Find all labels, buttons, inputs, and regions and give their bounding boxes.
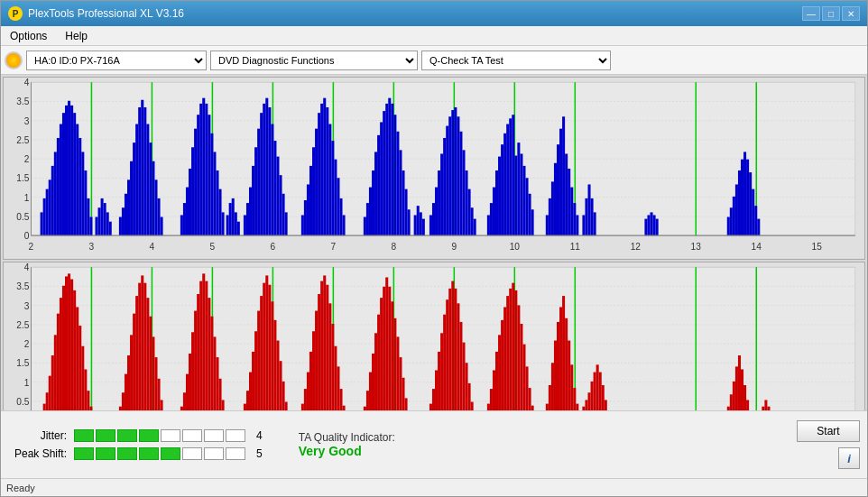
svg-rect-173 <box>466 170 468 235</box>
svg-rect-77 <box>138 107 141 235</box>
svg-rect-325 <box>222 400 225 410</box>
svg-rect-98 <box>213 152 216 235</box>
metrics-section: Jitter: 4 Peak Shift: <box>8 429 263 460</box>
minimize-button[interactable]: — <box>802 6 820 21</box>
svg-rect-86 <box>180 215 183 235</box>
svg-rect-215 <box>656 219 659 236</box>
svg-rect-304 <box>146 298 149 410</box>
svg-rect-205 <box>576 215 578 235</box>
svg-text:1.5: 1.5 <box>16 173 29 183</box>
svg-rect-159 <box>422 219 425 236</box>
svg-rect-96 <box>208 115 210 235</box>
svg-rect-367 <box>388 287 391 410</box>
svg-rect-102 <box>226 215 229 235</box>
svg-rect-194 <box>546 215 549 235</box>
maximize-button[interactable]: □ <box>822 6 840 21</box>
svg-rect-202 <box>568 169 570 235</box>
svg-rect-342 <box>301 403 304 410</box>
svg-rect-309 <box>161 400 163 410</box>
svg-rect-91 <box>194 129 197 235</box>
menu-help[interactable]: Help <box>60 28 93 44</box>
svg-rect-139 <box>364 217 366 236</box>
svg-rect-424 <box>596 364 599 410</box>
svg-rect-297 <box>127 355 130 410</box>
peakshift-bar-8 <box>226 447 245 460</box>
peakshift-bar-6 <box>182 447 202 460</box>
svg-text:10: 10 <box>510 242 521 252</box>
svg-rect-59 <box>78 138 81 235</box>
svg-text:7: 7 <box>331 242 337 252</box>
drive-select[interactable]: HA:0 ID:0 PX-716A <box>26 51 207 70</box>
svg-rect-322 <box>213 336 216 410</box>
svg-rect-282 <box>60 298 62 410</box>
function-select[interactable]: DVD Diagnostic Functions <box>210 51 418 70</box>
svg-rect-162 <box>435 188 438 236</box>
svg-rect-284 <box>65 276 68 410</box>
svg-rect-58 <box>76 124 78 236</box>
svg-rect-131 <box>323 98 326 235</box>
svg-rect-313 <box>189 354 191 410</box>
svg-rect-157 <box>417 206 420 235</box>
svg-rect-415 <box>568 340 570 410</box>
test-select[interactable]: Q-Check TA Test <box>421 51 611 70</box>
jitter-bar-7 <box>204 429 224 442</box>
svg-rect-431 <box>735 366 738 410</box>
svg-rect-109 <box>249 188 252 236</box>
svg-rect-389 <box>471 401 474 410</box>
svg-rect-192 <box>529 194 531 235</box>
svg-rect-52 <box>60 124 62 236</box>
svg-rect-154 <box>405 189 408 236</box>
svg-rect-363 <box>377 315 380 410</box>
svg-rect-220 <box>738 170 741 235</box>
close-button[interactable]: ✕ <box>842 6 860 21</box>
svg-rect-365 <box>383 287 385 410</box>
info-button[interactable]: i <box>838 447 860 469</box>
svg-rect-397 <box>506 296 509 410</box>
svg-rect-280 <box>54 335 57 410</box>
svg-rect-287 <box>73 290 76 410</box>
svg-rect-314 <box>191 332 194 410</box>
svg-rect-222 <box>743 152 746 235</box>
svg-rect-318 <box>202 273 205 410</box>
svg-rect-56 <box>70 106 73 235</box>
svg-rect-187 <box>514 156 517 236</box>
svg-rect-48 <box>49 179 51 235</box>
svg-rect-46 <box>43 198 46 235</box>
svg-rect-177 <box>487 215 490 235</box>
svg-rect-147 <box>385 104 388 235</box>
svg-rect-95 <box>205 104 208 235</box>
svg-rect-90 <box>191 147 194 235</box>
svg-rect-331 <box>257 310 260 410</box>
svg-rect-433 <box>741 369 743 410</box>
svg-rect-432 <box>738 355 741 410</box>
svg-rect-393 <box>495 352 498 410</box>
top-chart-svg: 4 3.5 3 2.5 2 1.5 1 0.5 0 2 3 4 5 6 7 8 … <box>4 78 864 259</box>
svg-rect-341 <box>285 401 288 410</box>
svg-rect-207 <box>585 198 587 235</box>
svg-rect-356 <box>339 389 342 410</box>
svg-rect-160 <box>429 215 432 235</box>
svg-rect-323 <box>216 357 218 410</box>
menu-options[interactable]: Options <box>5 28 52 44</box>
svg-rect-374 <box>429 403 432 410</box>
svg-rect-276 <box>43 403 46 410</box>
svg-rect-405 <box>529 388 531 410</box>
start-button[interactable]: Start <box>797 420 860 442</box>
svg-text:2: 2 <box>24 154 30 164</box>
svg-rect-140 <box>366 203 369 235</box>
svg-rect-81 <box>149 143 152 235</box>
svg-rect-114 <box>263 104 265 235</box>
svg-rect-210 <box>594 212 596 235</box>
peakshift-label: Peak Shift: <box>8 447 67 460</box>
peakshift-bar-1 <box>74 447 94 460</box>
svg-text:2.5: 2.5 <box>16 320 29 330</box>
svg-rect-333 <box>263 283 265 410</box>
svg-rect-427 <box>605 400 607 410</box>
jitter-label: Jitter: <box>8 429 67 442</box>
svg-rect-408 <box>549 385 551 410</box>
svg-rect-337 <box>273 320 276 410</box>
svg-rect-286 <box>70 279 73 410</box>
svg-rect-375 <box>432 389 435 410</box>
svg-rect-317 <box>199 281 202 410</box>
svg-rect-364 <box>380 298 383 410</box>
